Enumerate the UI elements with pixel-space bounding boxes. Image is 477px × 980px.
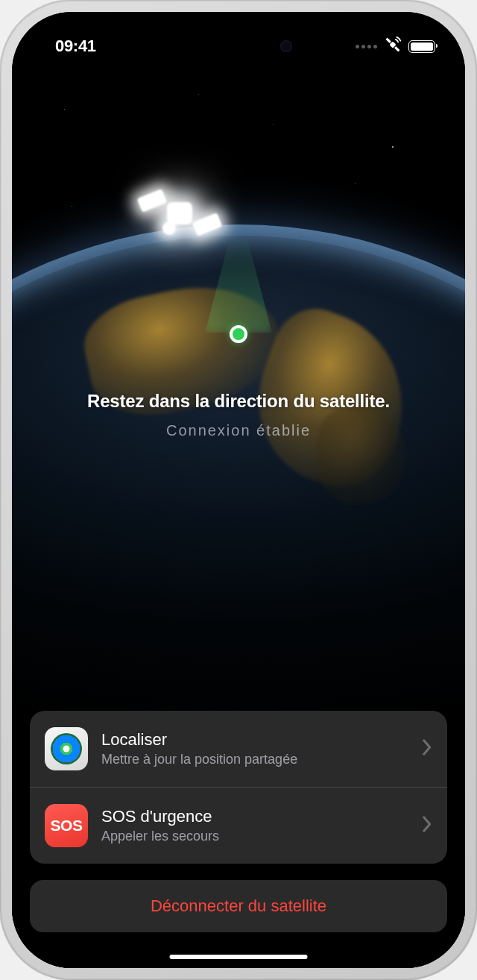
status-time: 09:41 — [42, 37, 96, 56]
satellite-status-icon — [383, 35, 402, 57]
instruction-title: Restez dans la direction du satellite. — [42, 391, 435, 412]
sos-app-icon: SOS — [45, 804, 88, 847]
battery-icon — [408, 40, 435, 53]
sos-subtitle: Appeler les secours — [101, 829, 408, 844]
action-list: Localiser Mettre à jour la position part… — [30, 711, 447, 864]
find-my-app-icon — [45, 727, 88, 770]
bottom-actions: Localiser Mettre à jour la position part… — [30, 711, 447, 946]
front-camera — [280, 40, 292, 52]
find-my-action[interactable]: Localiser Mettre à jour la position part… — [30, 711, 447, 787]
home-indicator[interactable] — [170, 955, 308, 959]
chevron-right-icon — [422, 816, 432, 835]
dynamic-island — [174, 28, 303, 64]
sos-emergency-action[interactable]: SOS SOS d'urgence Appeler les secours — [30, 787, 447, 864]
chevron-right-icon — [422, 739, 432, 758]
status-indicators — [356, 35, 435, 57]
svg-rect-2 — [394, 46, 400, 52]
cellular-no-signal-icon — [356, 45, 377, 48]
screen: 09:41 — [12, 12, 465, 968]
find-my-subtitle: Mettre à jour la position partagée — [101, 752, 408, 767]
sos-title: SOS d'urgence — [101, 807, 408, 826]
main-content: Restez dans la direction du satellite. C… — [12, 12, 465, 968]
satellite-icon — [139, 180, 221, 247]
instruction-block: Restez dans la direction du satellite. C… — [12, 391, 465, 439]
my-location-dot — [230, 325, 247, 343]
svg-rect-1 — [385, 37, 391, 43]
find-my-title: Localiser — [101, 730, 408, 750]
connection-status: Connexion établie — [42, 422, 435, 439]
disconnect-satellite-button[interactable]: Déconnecter du satellite — [30, 880, 447, 932]
phone-device-frame: 09:41 — [0, 0, 477, 980]
